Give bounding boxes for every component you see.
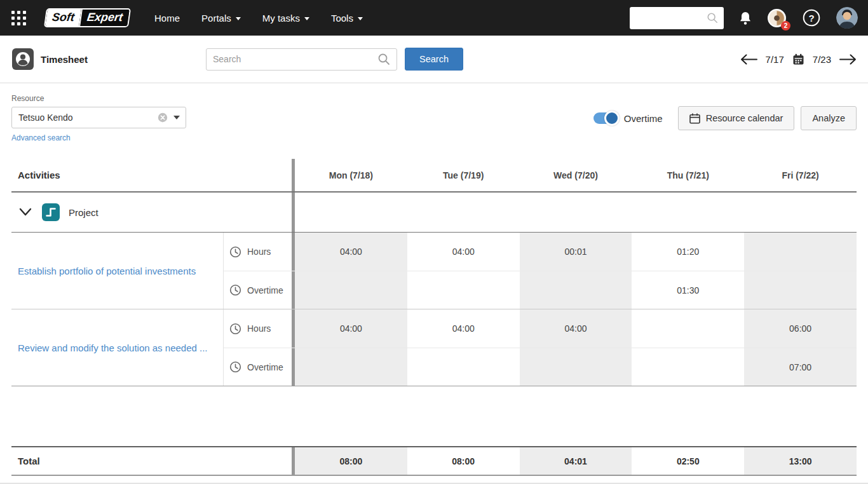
clock-icon <box>229 323 241 335</box>
calendar-icon[interactable] <box>792 53 804 65</box>
filter-actions: Overtime Resource calendar Analyze <box>593 106 857 130</box>
apps-grid-icon[interactable] <box>11 11 26 25</box>
nav-portals[interactable]: Portals <box>191 0 252 36</box>
previous-week-arrow-icon[interactable] <box>740 54 757 65</box>
hours-cell[interactable]: 04:00 <box>407 233 520 271</box>
overtime-cell[interactable]: 01:30 <box>632 271 744 309</box>
hours-cell[interactable]: 00:01 <box>520 233 632 271</box>
overtime-cell[interactable] <box>407 271 520 309</box>
overtime-toggle[interactable] <box>593 112 618 124</box>
overtime-cell[interactable] <box>292 271 407 309</box>
user-avatar[interactable] <box>836 7 858 29</box>
nav-my-tasks[interactable]: My tasks <box>252 0 320 36</box>
hours-row: Hours 04:00 04:00 04:00 06:00 <box>224 309 857 348</box>
total-cell: 13:00 <box>744 447 857 475</box>
calendar-icon <box>689 113 700 124</box>
day-header: Tue (7/19) <box>407 159 520 191</box>
timesheet-table: Activities Mon (7/18) Tue (7/19) Wed (7/… <box>11 159 857 476</box>
day-header: Mon (7/18) <box>292 159 407 191</box>
softexpert-logo[interactable]: SoftExpert <box>44 8 131 27</box>
total-cell: 08:00 <box>407 447 520 475</box>
page-brand: Timesheet <box>11 48 206 71</box>
search-icon <box>377 53 390 65</box>
total-label: Total <box>11 447 292 475</box>
overtime-cell[interactable]: 07:00 <box>744 348 857 386</box>
overtime-cell[interactable] <box>520 348 632 386</box>
clock-icon <box>229 246 241 258</box>
table-header-row: Activities Mon (7/18) Tue (7/19) Wed (7/… <box>11 159 857 193</box>
overtime-toggle-label: Overtime <box>624 113 663 124</box>
activity-search-input[interactable] <box>213 54 377 64</box>
notifications-bell-icon[interactable] <box>739 11 752 25</box>
day-header: Thu (7/21) <box>632 159 744 191</box>
activities-column-header: Activities <box>11 170 292 180</box>
day-header: Fri (7/22) <box>744 159 857 191</box>
notification-count-badge: 2 <box>781 21 790 30</box>
overtime-cell[interactable] <box>407 348 520 386</box>
overtime-label: Overtime <box>224 348 292 386</box>
project-group-row: Project <box>11 193 857 233</box>
activity-time-rows: Hours 04:00 04:00 04:00 06:00 Overtime 0… <box>223 309 857 386</box>
chevron-down-icon <box>304 17 309 20</box>
activity-link[interactable]: Establish portfolio of potential investm… <box>18 266 196 276</box>
search-icon <box>707 12 718 24</box>
overtime-cell[interactable] <box>292 348 407 386</box>
hours-cell[interactable]: 04:00 <box>520 309 632 348</box>
page-header-bar: Timesheet Search 7/17 7/23 <box>0 36 868 83</box>
chevron-down-icon[interactable] <box>173 116 180 119</box>
nav-portals-label: Portals <box>201 13 231 24</box>
overtime-cell[interactable] <box>520 271 632 309</box>
nav-tools-label: Tools <box>331 13 353 24</box>
week-end-date: 7/23 <box>813 54 831 65</box>
advanced-search-link[interactable]: Advanced search <box>11 133 71 142</box>
overtime-row: Overtime 01:30 <box>224 271 857 309</box>
search-button[interactable]: Search <box>405 48 463 71</box>
activity-link[interactable]: Review and modify the solution as needed… <box>18 342 208 353</box>
logo-expert-label: Expert <box>79 10 130 26</box>
activity-search: Search <box>206 48 463 71</box>
table-empty-space <box>11 386 857 446</box>
overtime-cell[interactable] <box>744 271 857 309</box>
chevron-down-icon <box>236 17 241 20</box>
activity-row: Review and modify the solution as needed… <box>11 309 857 386</box>
page-title: Timesheet <box>41 54 88 65</box>
toggle-knob <box>604 111 620 126</box>
project-icon <box>41 203 60 222</box>
pending-tasks-icon[interactable]: 2 <box>767 8 787 28</box>
total-row: Total 08:00 08:00 04:01 02:50 13:00 <box>11 446 857 476</box>
hours-cell[interactable]: 04:00 <box>292 233 407 271</box>
next-week-arrow-icon[interactable] <box>839 54 857 65</box>
topbar-right: 2 ? <box>630 7 858 29</box>
help-icon[interactable]: ? <box>802 8 821 27</box>
resource-select[interactable]: Tetsuo Kendo <box>11 107 186 128</box>
nav-my-tasks-label: My tasks <box>262 13 300 24</box>
project-group-spacer <box>292 193 857 232</box>
nav-home[interactable]: Home <box>144 0 191 36</box>
hours-cell[interactable]: 04:00 <box>292 309 407 348</box>
activity-time-rows: Hours 04:00 04:00 00:01 01:20 Overtime 0… <box>223 233 857 309</box>
analyze-button[interactable]: Analyze <box>801 106 857 130</box>
hours-cell[interactable]: 06:00 <box>744 309 857 348</box>
day-header: Wed (7/20) <box>520 159 632 191</box>
overtime-cell[interactable] <box>632 348 744 386</box>
hours-cell[interactable] <box>744 233 857 271</box>
hours-cell[interactable] <box>632 309 744 348</box>
hours-cell[interactable]: 01:20 <box>632 233 744 271</box>
activity-name-cell: Review and modify the solution as needed… <box>11 309 223 386</box>
hours-cell[interactable]: 04:00 <box>407 309 520 348</box>
collapse-chevron-icon[interactable] <box>18 205 33 219</box>
global-search-box <box>630 7 724 29</box>
nav-tools[interactable]: Tools <box>320 0 374 36</box>
activity-search-box <box>206 48 397 71</box>
svg-text:?: ? <box>808 13 814 24</box>
activity-row: Establish portfolio of potential investm… <box>11 233 857 309</box>
bottom-divider <box>0 483 868 484</box>
chevron-down-icon <box>358 17 363 20</box>
global-search-input[interactable] <box>635 13 707 23</box>
resource-calendar-button[interactable]: Resource calendar <box>678 106 795 130</box>
clear-resource-icon[interactable] <box>158 112 168 123</box>
total-cell: 02:50 <box>632 447 744 475</box>
overtime-row: Overtime 07:00 <box>224 348 857 386</box>
overtime-label-text: Overtime <box>247 362 283 372</box>
activity-name-cell: Establish portfolio of potential investm… <box>11 233 223 309</box>
